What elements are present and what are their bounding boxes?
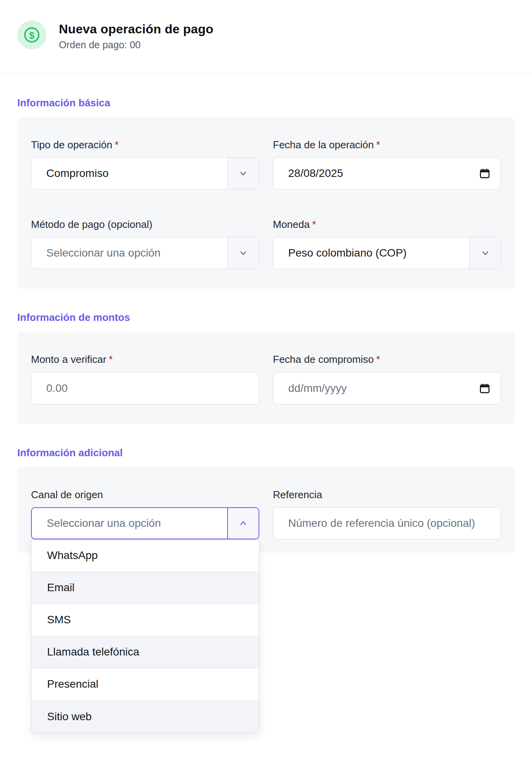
field-label: Tipo de operación* (31, 139, 259, 151)
required-marker: * (115, 139, 118, 151)
field-monto-verificar: Monto a verificar* (31, 353, 259, 404)
panel-informacion-adicional: Canal de origen Seleccionar una opción W… (17, 467, 515, 553)
label-text: Referencia (273, 489, 322, 501)
select-placeholder: Seleccionar una opción (31, 237, 228, 269)
section-title-adicional: Información adicional (17, 447, 515, 459)
calendar-icon[interactable] (479, 382, 491, 394)
field-label: Método de pago (opcional) (31, 218, 259, 231)
option-llamada-telefonica[interactable]: Llamada telefónica (31, 636, 259, 668)
option-email[interactable]: Email (31, 572, 259, 604)
referencia-input[interactable] (273, 507, 501, 539)
fecha-operacion-input[interactable] (273, 157, 501, 189)
canal-origen-select[interactable]: Seleccionar una opción (31, 507, 259, 539)
page-title: Nueva operación de pago (59, 21, 213, 37)
select-value: Compromiso (31, 158, 228, 189)
svg-text:$: $ (29, 30, 34, 41)
page-header: $ Nueva operación de pago Orden de pago:… (0, 0, 532, 73)
option-sitio-web[interactable]: Sitio web (31, 701, 259, 733)
field-label: Canal de origen (31, 489, 259, 501)
field-label: Monto a verificar* (31, 353, 259, 366)
label-text: Monto a verificar (31, 353, 106, 365)
tipo-operacion-select[interactable]: Compromiso (31, 157, 259, 189)
required-marker: * (376, 139, 380, 151)
calendar-icon[interactable] (479, 168, 491, 180)
chevron-down-icon (228, 237, 259, 269)
field-label: Referencia (273, 489, 501, 501)
new-payment-operation-page: $ Nueva operación de pago Orden de pago:… (0, 0, 532, 772)
label-text: Tipo de operación (31, 139, 112, 151)
required-marker: * (109, 353, 113, 365)
page-subtitle: Orden de pago: 00 (59, 39, 213, 51)
select-value: Peso colombiano (COP) (273, 237, 470, 269)
metodo-pago-select[interactable]: Seleccionar una opción (31, 237, 259, 269)
dollar-circle-icon: $ (17, 20, 46, 49)
field-referencia: Referencia (273, 489, 501, 539)
field-tipo-operacion: Tipo de operación* Compromiso (31, 139, 259, 189)
option-presencial[interactable]: Presencial (31, 668, 259, 701)
field-fecha-operacion: Fecha de la operación* (273, 139, 501, 189)
field-fecha-compromiso: Fecha de compromiso* (273, 353, 501, 404)
chevron-down-icon (469, 237, 501, 269)
field-label: Fecha de la operación* (273, 139, 501, 151)
label-text: Método de pago (opcional) (31, 218, 152, 230)
field-metodo-pago: Método de pago (opcional) Seleccionar un… (31, 218, 259, 269)
field-label: Fecha de compromiso* (273, 353, 501, 366)
form-body: Información básica Tipo de operación* Co… (0, 97, 532, 553)
fecha-compromiso-input[interactable] (273, 372, 501, 404)
option-sms[interactable]: SMS (31, 604, 259, 636)
canal-origen-dropdown: WhatsApp Email SMS Llamada telefónica Pr… (31, 539, 259, 733)
field-canal-origen: Canal de origen Seleccionar una opción W… (31, 489, 259, 539)
moneda-select[interactable]: Peso colombiano (COP) (273, 237, 501, 269)
label-text: Fecha de compromiso (273, 353, 374, 365)
select-placeholder: Seleccionar una opción (32, 508, 227, 539)
monto-verificar-input[interactable] (31, 372, 259, 404)
field-label: Moneda* (273, 218, 501, 231)
label-text: Moneda (273, 218, 310, 230)
field-moneda: Moneda* Peso colombiano (COP) (273, 218, 501, 269)
title-block: Nueva operación de pago Orden de pago: 0… (59, 20, 213, 51)
section-title-montos: Información de montos (17, 311, 515, 324)
label-text: Fecha de la operación (273, 139, 374, 151)
option-whatsapp[interactable]: WhatsApp (31, 540, 259, 572)
required-marker: * (312, 218, 316, 230)
label-text: Canal de origen (31, 489, 103, 501)
panel-informacion-montos: Monto a verificar* Fecha de compromiso* (17, 331, 515, 424)
chevron-down-icon (228, 158, 259, 189)
required-marker: * (376, 353, 380, 365)
section-title-basica: Información básica (17, 97, 515, 109)
panel-informacion-basica: Tipo de operación* Compromiso Fecha de l (17, 117, 515, 289)
chevron-up-icon (227, 508, 259, 539)
